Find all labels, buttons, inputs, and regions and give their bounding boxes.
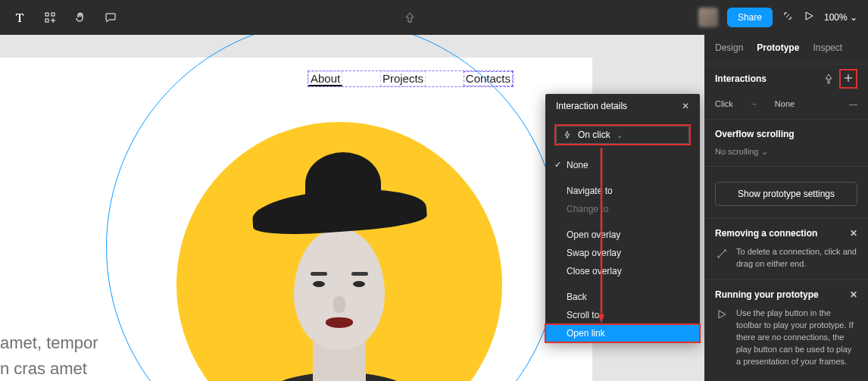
chevron-down-icon: ⌄ bbox=[761, 147, 768, 156]
arrow-right-icon: → bbox=[750, 99, 758, 108]
trigger-highlight-box: On click ⌄ bbox=[554, 124, 691, 145]
action-dropdown-list: None Navigate to Change to Open overlay … bbox=[545, 148, 700, 342]
disconnect-icon bbox=[715, 248, 729, 260]
prototype-settings-section: Show prototype settings bbox=[704, 167, 868, 218]
hint-text: Use the play button in the toolbar to pl… bbox=[736, 308, 857, 368]
removing-connection-hint: Removing a connection ✕ To delete a conn… bbox=[704, 219, 868, 280]
hand-tool[interactable] bbox=[67, 4, 94, 31]
lightning-icon bbox=[563, 130, 572, 139]
chevron-down-icon: ⌄ bbox=[617, 131, 623, 139]
zoom-level[interactable]: 100% ⌄ bbox=[824, 12, 857, 23]
nav-about[interactable]: About bbox=[308, 71, 342, 86]
interactions-title: Interactions bbox=[715, 73, 767, 84]
nav-projects[interactable]: Projects bbox=[380, 71, 426, 86]
body-line: amet, tempor bbox=[0, 330, 98, 356]
share-button[interactable]: Share bbox=[727, 8, 773, 27]
avatar[interactable] bbox=[698, 8, 718, 27]
hint-text: To delete a connection, click and drag o… bbox=[736, 246, 857, 270]
comment-tool[interactable] bbox=[97, 4, 124, 31]
overflow-value-dropdown[interactable]: No scrolling ⌄ bbox=[715, 147, 857, 157]
tab-prototype[interactable]: Prototype bbox=[757, 42, 799, 53]
interaction-row[interactable]: Click → None — bbox=[704, 96, 868, 119]
action-open-link[interactable]: Open link bbox=[545, 324, 700, 342]
interactions-header: Interactions bbox=[704, 64, 868, 96]
hint-title: Running your prototype bbox=[715, 289, 819, 300]
action-close-overlay[interactable]: Close overlay bbox=[551, 262, 694, 280]
right-sidebar: Design Prototype Inspect Interactions Cl… bbox=[704, 35, 868, 381]
tab-inspect[interactable]: Inspect bbox=[813, 42, 842, 53]
add-interaction-highlight bbox=[839, 69, 857, 89]
top-toolbar: Share 100% ⌄ bbox=[0, 0, 868, 35]
action-swap-overlay[interactable]: Swap overlay bbox=[551, 244, 694, 262]
action-back[interactable]: Back bbox=[551, 288, 694, 306]
close-icon[interactable]: ✕ bbox=[850, 289, 857, 300]
hero-circle bbox=[176, 122, 502, 381]
present-icon[interactable] bbox=[803, 10, 815, 25]
action-none[interactable]: None bbox=[551, 156, 694, 174]
overflow-title: Overflow scrolling bbox=[715, 129, 857, 139]
chevron-down-icon: ⌄ bbox=[850, 12, 857, 23]
resources-tool[interactable] bbox=[36, 4, 64, 31]
close-icon[interactable]: ✕ bbox=[850, 228, 857, 239]
sidebar-tabs: Design Prototype Inspect bbox=[704, 35, 868, 64]
overflow-section: Overflow scrolling No scrolling ⌄ bbox=[704, 120, 868, 166]
remove-interaction-icon[interactable]: — bbox=[849, 99, 857, 108]
text-tool[interactable] bbox=[6, 4, 33, 31]
body-line: n cras amet bbox=[0, 356, 98, 381]
person-illustration bbox=[222, 130, 457, 381]
interaction-trigger: Click bbox=[715, 99, 733, 108]
action-navigate-to[interactable]: Navigate to bbox=[551, 182, 694, 200]
trigger-label: On click bbox=[578, 130, 610, 140]
nav-group[interactable]: About Projects Contacts bbox=[308, 70, 514, 87]
action-scroll-to[interactable]: Scroll to bbox=[551, 306, 694, 324]
action-open-overlay[interactable]: Open overlay bbox=[551, 226, 694, 244]
nav-contacts[interactable]: Contacts bbox=[464, 71, 513, 86]
svg-rect-0 bbox=[45, 13, 48, 16]
add-interaction-icon[interactable] bbox=[842, 72, 854, 84]
hint-title: Removing a connection bbox=[715, 228, 817, 239]
tab-design[interactable]: Design bbox=[715, 42, 743, 53]
close-icon[interactable]: ✕ bbox=[682, 101, 689, 111]
running-prototype-hint: Running your prototype ✕ Use the play bu… bbox=[704, 280, 868, 377]
action-change-to: Change to bbox=[551, 200, 694, 218]
overflow-value: No scrolling bbox=[715, 147, 758, 156]
reset-icon[interactable] bbox=[396, 4, 423, 31]
trigger-dropdown[interactable]: On click ⌄ bbox=[556, 126, 689, 144]
popup-title: Interaction details bbox=[556, 101, 627, 111]
zoom-label: 100% bbox=[824, 12, 848, 23]
play-icon bbox=[715, 309, 729, 320]
show-prototype-settings-button[interactable]: Show prototype settings bbox=[715, 182, 857, 206]
body-text: amet, tempor n cras amet risus bbox=[0, 330, 98, 381]
interaction-action: None bbox=[775, 99, 795, 108]
svg-rect-1 bbox=[52, 13, 55, 16]
view-link-icon[interactable] bbox=[782, 10, 794, 25]
frame[interactable]: About Projects Contacts amet, tempor n c… bbox=[0, 58, 592, 381]
svg-rect-2 bbox=[45, 19, 48, 22]
interaction-details-popup[interactable]: Interaction details ✕ On click ⌄ None Na… bbox=[545, 94, 700, 342]
reset-interactions-icon[interactable] bbox=[823, 73, 835, 85]
